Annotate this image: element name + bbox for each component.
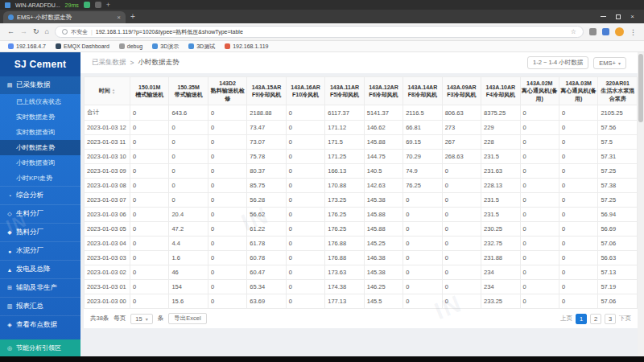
column-header[interactable]: 143D2熟料输送机检修 bbox=[208, 77, 246, 105]
column-header[interactable]: 143A.15ARF9冷却风机 bbox=[247, 77, 286, 105]
sidebar-section[interactable]: ◈查看布点数据 bbox=[0, 315, 80, 334]
column-header[interactable]: 143A.10ARF4冷却风机 bbox=[481, 77, 520, 105]
export-excel-button[interactable]: 导出Excel bbox=[168, 313, 206, 324]
window-close-button[interactable]: × bbox=[630, 14, 634, 20]
sidebar-section[interactable]: ⊞辅助及非生产 bbox=[0, 278, 80, 297]
home-icon[interactable]: ⌂ bbox=[45, 28, 49, 35]
wechat-icon[interactable] bbox=[84, 2, 90, 8]
next-page-button[interactable]: 下页 bbox=[619, 315, 631, 323]
column-header[interactable]: 150.01M槽式输送机 bbox=[130, 77, 169, 105]
column-header[interactable]: 143A.03M离心通风机(备用) bbox=[559, 77, 597, 105]
source-select[interactable]: EMS+ ▾ bbox=[593, 57, 626, 69]
sidebar-section-label: 生料分厂 bbox=[16, 209, 43, 219]
new-tab-button[interactable]: + bbox=[130, 12, 135, 21]
scrollbar-thumb[interactable] bbox=[638, 54, 643, 122]
sidebar-section[interactable]: ▲发电及总降 bbox=[0, 260, 80, 278]
data-cell: 0 bbox=[208, 280, 246, 294]
extension-icon[interactable] bbox=[589, 28, 597, 35]
data-cell: 0 bbox=[169, 135, 208, 150]
bookmark-item[interactable]: 192.168.1.119 bbox=[225, 43, 268, 49]
column-code: 150.35M bbox=[170, 84, 206, 91]
data-cell: 145.38 bbox=[364, 265, 402, 280]
bookmark-item[interactable]: 3D演示 bbox=[152, 43, 179, 51]
column-header[interactable]: 143A.11ARF5冷却风机 bbox=[325, 77, 364, 105]
data-cell: 1.6 bbox=[169, 251, 208, 265]
data-cell: 0 bbox=[520, 294, 559, 309]
bookmark-item[interactable]: EMQX Dashboard bbox=[56, 43, 109, 49]
bookmark-item[interactable]: 192.168.4.7 bbox=[8, 43, 46, 49]
data-cell: 0 bbox=[169, 150, 208, 164]
column-code: 143A.16AR bbox=[287, 84, 324, 91]
sidebar-item-energy-zone[interactable]: ◎ 节能分析引领区 bbox=[0, 339, 80, 356]
column-header[interactable]: 143A.02M离心通风机(备用) bbox=[520, 77, 559, 105]
data-cell: 0 bbox=[208, 222, 246, 237]
bookmark-item[interactable]: debug bbox=[119, 43, 142, 49]
column-title: 生活水水泵混合泵房 bbox=[599, 87, 636, 102]
column-header[interactable]: 143A.14ARF8冷却风机 bbox=[403, 77, 442, 105]
sidebar-subitem[interactable]: 小时数据查询 bbox=[0, 155, 80, 171]
browser-menu-icon[interactable]: ⋮ bbox=[630, 28, 637, 36]
breadcrumb-root[interactable]: 已采集数据 bbox=[92, 58, 126, 68]
sidebar-group-collected-data[interactable]: ▤ 已采集数据 bbox=[0, 76, 80, 94]
data-cell: 145.88 bbox=[364, 208, 402, 222]
column-header[interactable]: 320AR01生活水水泵混合泵房 bbox=[598, 77, 638, 105]
add-icon[interactable]: + bbox=[106, 2, 110, 9]
bookmark-item[interactable]: 3D测试 bbox=[188, 43, 215, 51]
column-header[interactable]: 143A.12ARF6冷却风机 bbox=[364, 77, 402, 105]
page-button[interactable]: 2 bbox=[590, 314, 601, 324]
sort-icon[interactable]: ▲▼ bbox=[112, 88, 115, 94]
data-cell: 0 bbox=[559, 237, 597, 251]
date-range-control[interactable]: 1-2 ~ 1-4 小时数据 bbox=[527, 56, 588, 69]
pagination: 上页 123 下页 bbox=[560, 314, 631, 324]
data-cell: 0 bbox=[403, 294, 442, 309]
info-icon[interactable] bbox=[62, 29, 68, 35]
data-cell: 57.25 bbox=[598, 193, 638, 208]
data-cell: 231.63 bbox=[481, 164, 520, 179]
table-row: 2023-01-03 02046060.470173.63145.3800234… bbox=[85, 265, 638, 280]
prev-page-button[interactable]: 上页 bbox=[560, 315, 572, 323]
data-cell: 74.9 bbox=[403, 164, 442, 179]
window-maximize-button[interactable] bbox=[616, 14, 621, 19]
vertical-scrollbar[interactable] bbox=[638, 52, 644, 356]
page-button[interactable]: 3 bbox=[605, 314, 616, 324]
data-cell: 60.78 bbox=[247, 251, 286, 265]
data-cell: 0 bbox=[403, 237, 442, 251]
sidebar-subitem[interactable]: 实时数据走势 bbox=[0, 109, 80, 125]
page-size-select[interactable]: 15 ▾ bbox=[130, 314, 152, 324]
sidebar-section-label: 熟料分厂 bbox=[16, 228, 43, 237]
browser-tab-bar: EMS+·小时数据走势 × + × bbox=[0, 10, 644, 23]
column-header[interactable]: 143A.09ARF3冷却风机 bbox=[442, 77, 481, 105]
url-field[interactable]: 不安全 | 192.168.1.119/?p=1020&typee=熟料低压&s… bbox=[55, 26, 584, 38]
sidebar-subitem[interactable]: 小时数据走势 bbox=[0, 140, 80, 155]
sidebar-subitem[interactable]: 小时KPI走势 bbox=[0, 171, 80, 186]
data-cell: 146.38 bbox=[364, 251, 402, 265]
column-header[interactable]: 150.35M带式输送机 bbox=[169, 77, 208, 105]
reload-icon[interactable]: ↻ bbox=[33, 28, 39, 35]
sidebar-subitem[interactable]: 已上线仪表状态 bbox=[0, 94, 80, 109]
data-cell: 57.38 bbox=[598, 179, 638, 193]
column-code: 143A.09AR bbox=[444, 84, 480, 91]
data-cell: 0 bbox=[286, 135, 324, 150]
column-title: F4冷却风机 bbox=[482, 91, 518, 98]
tool-icon[interactable] bbox=[95, 2, 101, 8]
column-header[interactable]: 时间▲▼ bbox=[85, 77, 130, 105]
profile-avatar[interactable] bbox=[615, 27, 624, 36]
sidebar-section[interactable]: ▥报表汇总 bbox=[0, 297, 80, 315]
bookmark-star-icon[interactable]: ☆ bbox=[571, 28, 576, 35]
window-minimize-button[interactable] bbox=[601, 16, 606, 17]
taskbar bbox=[0, 356, 644, 362]
data-cell: 0 bbox=[520, 105, 559, 121]
tab-close-icon[interactable]: × bbox=[117, 14, 121, 21]
sidebar: SJ Cement ▤ 已采集数据 已上线仪表状态实时数据走势实时数据查询小时数… bbox=[0, 52, 80, 356]
sidebar-section[interactable]: ●水泥分厂 bbox=[0, 241, 80, 260]
sidebar-section[interactable]: ◔综合分析 bbox=[0, 186, 80, 204]
column-header[interactable]: 143A.16ARF10冷风机 bbox=[286, 77, 324, 105]
forward-icon[interactable]: → bbox=[20, 28, 27, 35]
extension-icon-blue[interactable] bbox=[602, 28, 609, 35]
browser-tab[interactable]: EMS+·小时数据走势 × bbox=[3, 11, 126, 23]
sidebar-section[interactable]: ◇生料分厂 bbox=[0, 204, 80, 223]
back-icon[interactable]: ← bbox=[7, 28, 14, 35]
sidebar-subitem[interactable]: 实时数据查询 bbox=[0, 125, 80, 140]
sidebar-section[interactable]: ◆熟料分厂 bbox=[0, 223, 80, 241]
page-button[interactable]: 1 bbox=[576, 314, 587, 324]
